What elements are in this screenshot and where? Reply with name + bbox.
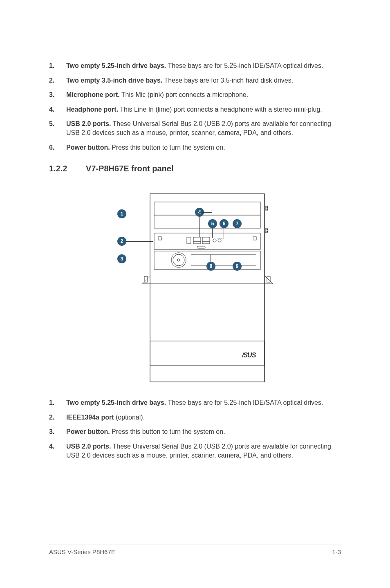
callout-9: 9 (233, 262, 242, 271)
svg-rect-7 (193, 237, 201, 241)
item-number: 4. (49, 442, 66, 460)
svg-rect-6 (187, 237, 191, 244)
svg-point-12 (218, 239, 221, 242)
callout-8: 8 (206, 262, 215, 271)
list-item: 3. Microphone port. This Mic (pink) port… (49, 90, 341, 99)
leader-line (217, 238, 224, 238)
section-title: V7-P8H67E front panel (86, 164, 174, 173)
list-item: 1. Two empty 5.25-inch drive bays. These… (49, 398, 341, 407)
leader-line (126, 259, 148, 259)
section-number: 1.2.2 (49, 164, 86, 173)
callout-5: 5 (208, 219, 217, 228)
svg-rect-26 (267, 209, 268, 210)
list-item: 1. Two empty 5.25-inch drive bays. These… (49, 61, 341, 70)
leader-line (199, 217, 199, 237)
item-text: USB 2.0 ports. These Universal Serial Bu… (66, 442, 341, 460)
item-number: 2. (49, 413, 66, 422)
svg-point-15 (171, 253, 186, 267)
list-item: 4. USB 2.0 ports. These Universal Serial… (49, 442, 341, 460)
svg-rect-5 (253, 237, 256, 240)
footer-page-number: 1-3 (332, 548, 341, 555)
leader-line (237, 228, 237, 238)
computer-case-illustration: /SUS (142, 190, 273, 386)
item-text: IEEE1394a port (optional). (66, 413, 341, 422)
callout-2: 2 (117, 237, 126, 246)
svg-rect-21 (267, 276, 270, 282)
list-item: 3. Power button. Press this button to tu… (49, 427, 341, 436)
svg-text:/SUS: /SUS (242, 352, 256, 359)
leader-line (237, 255, 237, 262)
svg-point-16 (173, 254, 184, 266)
item-number: 3. (49, 427, 66, 436)
svg-rect-4 (158, 237, 161, 240)
list-item: 2. Two empty 3.5-inch drive bays. These … (49, 76, 341, 85)
item-number: 1. (49, 398, 66, 407)
footer-product: ASUS V-Series P8H67E (49, 548, 115, 555)
svg-rect-29 (267, 231, 268, 232)
svg-rect-8 (193, 241, 201, 244)
top-feature-list: 1. Two empty 5.25-inch drive bays. These… (49, 61, 341, 152)
list-item: 2. IEEE1394a port (optional). (49, 413, 341, 422)
item-text: Power button. Press this button to turn … (66, 427, 341, 436)
page-footer: ASUS V-Series P8H67E 1-3 (49, 545, 341, 555)
item-text: USB 2.0 ports. These Universal Serial Bu… (66, 119, 341, 137)
leader-line (126, 214, 151, 214)
item-number: 1. (49, 61, 66, 70)
list-item: 5. USB 2.0 ports. These Universal Serial… (49, 119, 341, 137)
item-text: Microphone port. This Mic (pink) port co… (66, 90, 341, 99)
svg-rect-1 (154, 202, 260, 215)
item-number: 6. (49, 143, 66, 152)
item-text: Headphone port. This Line In (lime) port… (66, 105, 341, 114)
item-number: 2. (49, 76, 66, 85)
item-number: 4. (49, 105, 66, 114)
callout-7: 7 (233, 219, 242, 228)
list-item: 6. Power button. Press this button to tu… (49, 143, 341, 152)
leader-line (211, 255, 211, 262)
svg-point-17 (177, 259, 180, 261)
callout-1: 1 (117, 209, 126, 218)
list-item: 4. Headphone port. This Line In (lime) p… (49, 105, 341, 114)
svg-point-11 (213, 239, 216, 242)
front-panel-diagram: /SUS 1 2 3 4 5 6 7 8 9 (49, 190, 341, 386)
callout-6: 6 (220, 219, 229, 228)
svg-rect-2 (154, 215, 260, 228)
callout-3: 3 (117, 254, 126, 263)
leader-line (126, 241, 153, 242)
leader-line (199, 212, 212, 213)
svg-rect-10 (202, 241, 210, 244)
item-text: Two empty 3.5-inch drive bays. These bay… (66, 76, 341, 85)
svg-rect-13 (197, 246, 205, 248)
svg-rect-28 (267, 229, 268, 230)
item-text: Two empty 5.25-inch drive bays. These ba… (66, 398, 341, 407)
svg-rect-25 (267, 206, 268, 208)
svg-rect-20 (144, 276, 148, 282)
bottom-feature-list: 1. Two empty 5.25-inch drive bays. These… (49, 398, 341, 460)
item-number: 3. (49, 90, 66, 99)
item-number: 5. (49, 119, 66, 137)
section-heading: 1.2.2V7-P8H67E front panel (49, 164, 341, 173)
svg-rect-9 (202, 237, 210, 241)
leader-line (224, 228, 224, 238)
item-text: Power button. Press this button to turn … (66, 143, 341, 152)
item-text: Two empty 5.25-inch drive bays. These ba… (66, 61, 341, 70)
leader-line (212, 228, 213, 238)
